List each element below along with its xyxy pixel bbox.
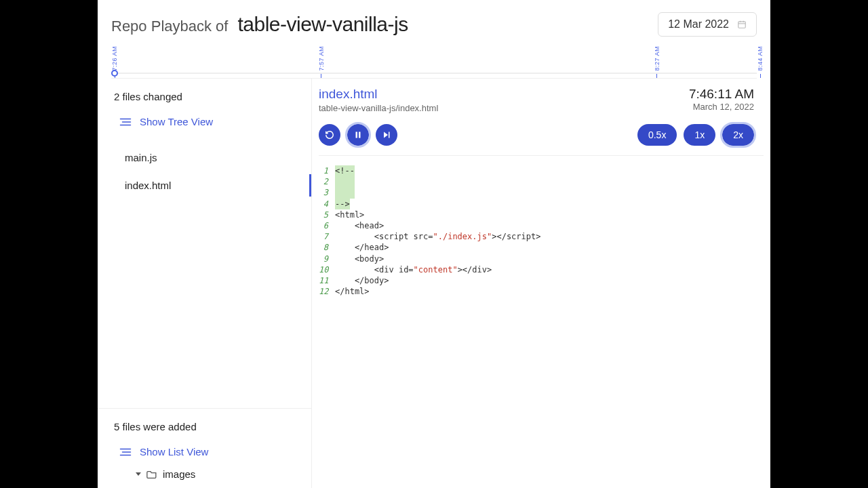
timeline-tick-label: 7:26 AM [111, 46, 118, 71]
code-line: 4--> [319, 199, 764, 209]
current-file-name: index.html [319, 87, 438, 102]
date-picker-label: 12 Mar 2022 [668, 18, 729, 30]
svg-rect-11 [359, 132, 361, 138]
code-text: </html> [335, 286, 370, 297]
line-number: 7 [319, 231, 335, 242]
line-number: 6 [319, 220, 335, 231]
content-pane: index.html table-view-vanilla-js/index.h… [312, 79, 770, 488]
restart-button[interactable] [319, 124, 340, 146]
file-header: index.html table-view-vanilla-js/index.h… [312, 79, 770, 117]
tree-folder-row[interactable]: images [114, 462, 295, 480]
timeline[interactable]: 7:26 AM7:57 AM8:27 AM8:44 AM [111, 43, 757, 79]
timeline-tick-label: 8:27 AM [654, 46, 660, 71]
playback-controls: 0.5x1x2x [312, 117, 770, 155]
current-file-path: table-view-vanilla-js/index.html [319, 103, 438, 113]
added-files-panel: 5 files were added Show List View images [98, 409, 311, 488]
show-tree-view-button[interactable]: Show Tree View [114, 112, 295, 131]
code-text: <html> [335, 209, 364, 220]
folder-icon [146, 470, 157, 479]
code-line: 5<html> [319, 209, 764, 220]
line-number: 8 [319, 242, 335, 253]
code-text: <head> [335, 220, 384, 231]
code-text: </head> [335, 242, 389, 253]
header: Repo Playback of table-view-vanilla-js 1… [98, 0, 770, 43]
code-text: <!-- [335, 165, 355, 176]
file-list-item[interactable]: index.html [98, 171, 311, 199]
show-tree-view-label: Show Tree View [140, 116, 213, 127]
line-number: 5 [319, 209, 335, 220]
code-text [335, 176, 355, 187]
changed-files-panel: 2 files changed Show Tree View [98, 79, 311, 140]
code-text: </body> [335, 275, 389, 286]
svg-marker-12 [384, 132, 388, 138]
list-view-icon [119, 447, 132, 457]
file-list-item[interactable]: main.js [98, 144, 311, 171]
code-text [335, 187, 355, 198]
tree-view-icon [119, 117, 132, 127]
changed-files-title: 2 files changed [114, 91, 295, 102]
speed-button[interactable]: 0.5x [637, 124, 677, 146]
current-date: March 12, 2022 [689, 102, 754, 112]
added-files-title: 5 files were added [114, 421, 295, 432]
date-picker[interactable]: 12 Mar 2022 [658, 12, 757, 37]
timeline-tick-label: 8:44 AM [757, 46, 764, 71]
app-frame: Repo Playback of table-view-vanilla-js 1… [98, 0, 770, 488]
main-area: 2 files changed Show Tree View main.jsin… [98, 79, 770, 488]
code-line: 9 <body> [319, 253, 764, 264]
calendar-icon [737, 20, 747, 29]
line-number: 3 [319, 187, 335, 198]
show-list-view-button[interactable]: Show List View [114, 442, 295, 462]
svg-rect-10 [356, 132, 358, 138]
code-line: 2 [319, 176, 764, 187]
show-list-view-label: Show List View [140, 446, 208, 458]
svg-rect-0 [738, 22, 746, 28]
code-line: 7 <script src="./index.js"></script> [319, 231, 764, 242]
sidebar: 2 files changed Show Tree View main.jsin… [98, 79, 312, 488]
header-title-group: Repo Playback of table-view-vanilla-js [111, 13, 408, 36]
timeline-tick: 8:27 AM [654, 46, 660, 78]
current-time: 7:46:11 AM [689, 87, 754, 102]
line-number: 11 [319, 275, 335, 286]
repo-title: table-view-vanilla-js [237, 13, 408, 36]
line-number: 10 [319, 264, 335, 275]
code-text: <body> [335, 253, 384, 264]
header-prefix: Repo Playback of [111, 18, 228, 35]
line-number: 12 [319, 286, 335, 297]
timeline-tick: 8:44 AM [757, 46, 764, 78]
line-number: 9 [319, 253, 335, 264]
code-line: 8 </head> [319, 242, 764, 253]
line-number: 2 [319, 176, 335, 187]
timeline-tick: 7:57 AM [318, 46, 325, 78]
skip-forward-icon [382, 131, 391, 139]
timeline-tick-label: 7:57 AM [318, 46, 325, 71]
code-text: <div id="content"></div> [335, 264, 492, 275]
speed-button[interactable]: 2x [722, 124, 754, 146]
changed-file-list: main.jsindex.html [98, 140, 311, 199]
svg-rect-13 [389, 132, 390, 138]
pause-button[interactable] [347, 124, 369, 146]
line-number: 1 [319, 165, 335, 176]
code-line: 6 <head> [319, 220, 764, 231]
code-text: <script src="./index.js"></script> [335, 231, 540, 242]
playhead[interactable] [111, 70, 118, 77]
tree-folder-label: images [163, 468, 195, 480]
code-line: 1<!-- [319, 165, 764, 176]
code-line: 10 <div id="content"></div> [319, 264, 764, 275]
chevron-down-icon [136, 472, 141, 476]
line-number: 4 [319, 199, 335, 209]
skip-forward-button[interactable] [376, 124, 397, 146]
pause-icon [354, 131, 362, 139]
code-line: 11 </body> [319, 275, 764, 286]
code-viewer: 1<!--2 3 4-->5<html>6 <head>7 <script sr… [312, 156, 770, 306]
restart-icon [325, 130, 334, 140]
speed-button[interactable]: 1x [684, 124, 715, 146]
code-text: --> [335, 199, 350, 209]
code-line: 12</html> [319, 286, 764, 297]
code-line: 3 [319, 187, 764, 198]
